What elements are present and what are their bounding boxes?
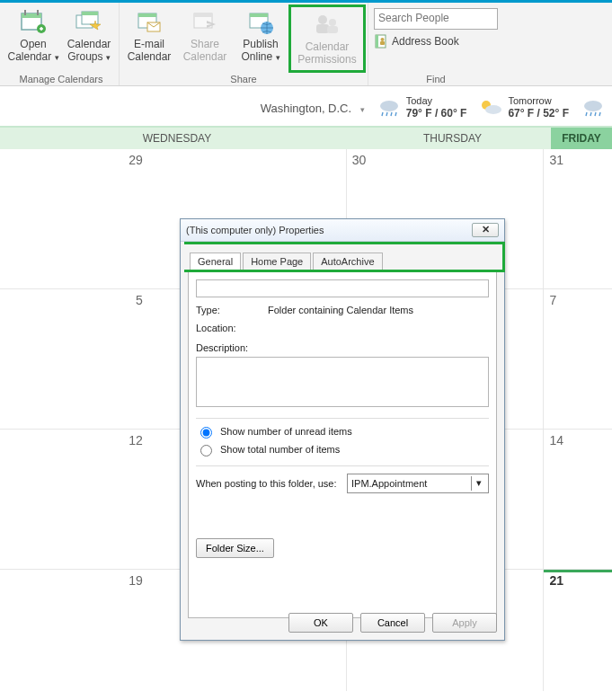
- location-label: Location:: [196, 323, 259, 333]
- cancel-button[interactable]: Cancel: [360, 613, 425, 633]
- address-book-icon: [374, 34, 388, 49]
- dialog-button-row: OK Cancel Apply: [288, 613, 497, 633]
- day-header-wed: WEDNESDAY: [0, 128, 354, 149]
- svg-point-16: [318, 15, 327, 24]
- ribbon: Open Calendar ▾ Calendar Groups ▾ Manage…: [0, 3, 612, 86]
- weather-today: Today79° F / 60° F: [377, 95, 467, 120]
- share-calendar-button: Share Calendar: [177, 4, 233, 73]
- address-book-button[interactable]: Address Book: [374, 32, 498, 50]
- share-calendar-label: Share Calendar: [179, 39, 231, 64]
- date-number: 14: [549, 433, 607, 447]
- weather-tomorrow-temps: 67° F / 52° F: [508, 107, 569, 120]
- folder-name-input[interactable]: [196, 279, 489, 297]
- publish-online-icon: [246, 8, 275, 37]
- dialog-titlebar[interactable]: (This computer only) Properties ✕: [181, 219, 504, 242]
- svg-rect-19: [327, 26, 338, 33]
- group-manage-calendars: Open Calendar ▾ Calendar Groups ▾ Manage…: [4, 3, 120, 85]
- open-calendar-button[interactable]: Open Calendar ▾: [5, 4, 61, 73]
- svg-rect-21: [376, 35, 378, 48]
- weather-next: [581, 98, 605, 118]
- svg-point-22: [381, 38, 385, 41]
- calendar-groups-icon: [75, 8, 103, 37]
- tab-panel-general: Type: Folder containing Calendar Items L…: [188, 272, 497, 618]
- description-textarea[interactable]: [196, 357, 489, 407]
- weather-tomorrow-label: Tomorrow: [508, 95, 569, 107]
- day-header-fri: FRIDAY: [551, 128, 612, 149]
- rain-cloud-icon: [581, 98, 605, 118]
- ok-button[interactable]: OK: [288, 613, 353, 633]
- posting-form-select[interactable]: IPM.Appointment ▾: [347, 474, 489, 493]
- svg-point-24: [380, 101, 398, 111]
- posting-form-value: IPM.Appointment: [351, 478, 427, 489]
- group-share: E-mail Calendar Share Calendar Publish O…: [120, 3, 368, 85]
- search-people-input[interactable]: Search People: [374, 8, 498, 30]
- radio-unread-label: Show number of unread items: [220, 426, 352, 437]
- tab-autoarchive[interactable]: AutoArchive: [313, 253, 382, 270]
- group-label-find: Find: [370, 73, 501, 85]
- tab-home-page[interactable]: Home Page: [243, 253, 311, 270]
- email-calendar-icon: [135, 8, 164, 37]
- description-label: Description:: [196, 342, 489, 353]
- publish-online-label: Publish Online: [241, 38, 278, 63]
- svg-point-26: [485, 105, 501, 114]
- partly-cloudy-icon: [479, 98, 502, 118]
- publish-online-button[interactable]: Publish Online ▾: [233, 4, 288, 73]
- date-number: 31: [549, 153, 607, 167]
- svg-rect-7: [82, 12, 98, 15]
- apply-button: Apply: [432, 613, 497, 633]
- properties-dialog: (This computer only) Properties ✕ Genera…: [180, 218, 505, 641]
- open-calendar-label: Open Calendar: [7, 38, 51, 63]
- svg-rect-14: [250, 13, 268, 17]
- email-calendar-button[interactable]: E-mail Calendar: [121, 4, 177, 73]
- calendar-cell[interactable]: 7: [544, 289, 612, 429]
- radio-unread-items[interactable]: [200, 427, 212, 439]
- dialog-title: (This computer only) Properties: [186, 225, 324, 235]
- svg-point-18: [329, 19, 336, 26]
- calendar-cell[interactable]: 14: [544, 430, 612, 569]
- calendar-groups-button[interactable]: Calendar Groups ▾: [61, 4, 117, 73]
- svg-point-27: [584, 101, 602, 111]
- dropdown-caret-icon: ▾: [55, 53, 59, 62]
- tab-general[interactable]: General: [190, 253, 241, 270]
- svg-rect-9: [138, 13, 156, 17]
- dropdown-caret-icon: ▾: [106, 53, 111, 62]
- email-calendar-label: E-mail Calendar: [123, 39, 175, 64]
- radio-total-items[interactable]: [200, 445, 212, 456]
- svg-rect-3: [37, 10, 39, 15]
- calendar-permissions-button: Calendar Permissions: [288, 4, 366, 73]
- folder-size-button[interactable]: Folder Size...: [196, 538, 274, 558]
- calendar-permissions-label: Calendar Permissions: [293, 41, 361, 66]
- svg-rect-17: [316, 24, 329, 33]
- weather-bar: Washington, D.C. ▾ Today79° F / 60° F To…: [0, 86, 612, 128]
- type-value: Folder containing Calendar Items: [268, 305, 413, 315]
- type-label: Type:: [196, 305, 259, 315]
- dialog-tabs-highlight: General Home Page AutoArchive: [184, 242, 505, 272]
- date-number: 29: [5, 153, 341, 167]
- weather-today-label: Today: [406, 95, 467, 107]
- calendar-day-header: WEDNESDAY THURSDAY FRIDAY: [0, 128, 612, 149]
- rain-cloud-icon: [377, 98, 401, 118]
- weather-city-label: Washington, D.C.: [261, 102, 351, 115]
- share-calendar-icon: [191, 8, 219, 37]
- date-number: 7: [549, 293, 607, 307]
- calendar-cell[interactable]: 31: [544, 149, 612, 288]
- calendar-permissions-icon: [313, 11, 341, 40]
- svg-rect-12: [194, 13, 212, 17]
- day-header-thu: THURSDAY: [354, 128, 551, 149]
- date-number: 30: [352, 153, 538, 167]
- dropdown-caret-icon: ▾: [276, 53, 280, 62]
- group-label-share: Share: [121, 73, 366, 85]
- weather-today-temps: 79° F / 60° F: [406, 107, 467, 120]
- close-button[interactable]: ✕: [472, 223, 499, 237]
- svg-rect-2: [24, 10, 26, 15]
- calendar-cell-today[interactable]: 21: [544, 570, 612, 691]
- svg-rect-23: [380, 41, 385, 45]
- dropdown-caret-icon: ▾: [471, 476, 486, 491]
- open-calendar-icon: [19, 8, 48, 37]
- separator: [196, 465, 489, 466]
- weather-city-picker[interactable]: Washington, D.C. ▾: [261, 102, 365, 115]
- radio-total-label: Show total number of items: [220, 444, 340, 455]
- calendar-groups-label: Calendar Groups: [67, 38, 111, 63]
- weather-tomorrow: Tomorrow67° F / 52° F: [479, 95, 569, 120]
- address-book-label: Address Book: [392, 35, 459, 48]
